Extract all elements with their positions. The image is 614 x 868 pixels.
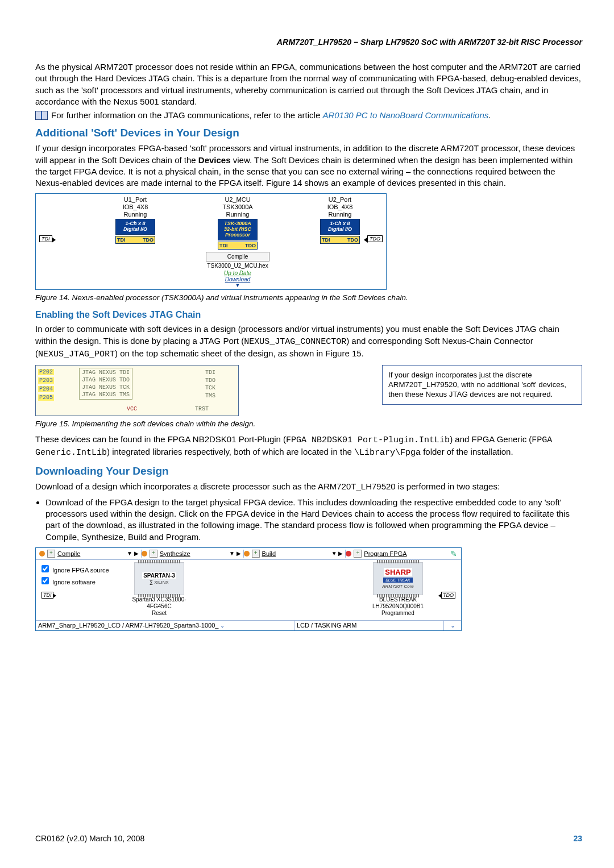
check-ignore-fpga[interactable]: Ignore FPGA source [39,563,117,574]
d3-ti: TDI [322,237,330,243]
d2-ti: TDI [219,243,228,248]
expand-icon[interactable]: + [47,550,55,558]
d2-l1: U2_MCU [195,196,280,203]
info-post: . [488,110,491,120]
checkbox-ignore-software[interactable] [42,577,49,584]
check-ignore-software[interactable]: Ignore software [39,575,117,586]
d1-l2: IOB_4X8 [93,203,178,211]
hex-filename: TSK3000_U2_MCU.hex [195,263,280,269]
article-link[interactable]: AR0130 PC to NanoBoard Communications [322,110,488,120]
d2-l3: Running [195,211,280,218]
project-selector[interactable]: ARM7_Sharp_LH79520_LCD / ARM7-LH79520_Sp… [36,621,294,630]
toolchain-cell: LCD / TASKING ARM [294,621,444,630]
status-circle-icon [39,551,45,556]
port-p205: P205 [38,394,54,401]
stage-arrow-icon[interactable]: ▼ ▶ [331,550,343,556]
stage-arrow-icon[interactable]: ▼ ▶ [229,550,241,556]
wire-tdi: JTAG NEXUS TDI [82,369,130,376]
sharp-brand: SHARP [384,568,412,576]
card-sharp[interactable]: SHARP BLUE TREAK ARM720T Core BLUESTREAK… [361,562,435,618]
d1-chip2: Digital I/O [117,227,154,232]
status-circle-icon [142,551,147,556]
p4b: FPGA NB2DSK01 Port-Plugin.IntLib [286,435,450,445]
libraries-paragraph: These devices can be found in the FPGA N… [35,434,582,459]
status-circle-icon [244,551,250,556]
d3-l2: IOB_4X8 [297,203,383,211]
wire-tdo: JTAG NEXUS TDO [82,376,130,384]
options-checks: Ignore FPGA source Ignore software [39,562,117,618]
sharp-label: BLUESTREAK LH79520N0Q000B1 [361,596,435,610]
d1-ti: TDI [117,237,126,243]
note-box: If your design incorporates just the dis… [382,365,582,405]
d1-l1: U1_Port [93,196,178,203]
port-p204: P204 [38,386,54,392]
check2-label: Ignore software [52,579,96,585]
heading-additional-soft-devices: Additional 'Soft' Devices in Your Design [35,127,582,139]
core-label: ARM720T Core [382,584,414,589]
p3d: NEXUS_JTAG_PORT [38,350,115,359]
brush-icon[interactable]: ✎ [450,550,458,558]
p4e: ) integrated libraries respectively, bot… [107,447,354,456]
download-intro: Download of a design which incorporates … [35,481,582,492]
figure-15-caption: Figure 15. Implementing the soft devices… [35,420,582,428]
compile-button[interactable]: Compile [206,252,269,261]
uptodate-link[interactable]: Up to Date [195,270,280,276]
toolchain-label: LCD / TASKING ARM [297,622,356,629]
heading-enabling-jtag: Enabling the Soft Devices JTAG Chain [35,310,582,320]
expand-icon[interactable]: + [150,550,157,558]
d1-l3: Running [93,211,178,218]
stage-build-label: Build [262,550,276,557]
fig15-ports: P202 P203 P204 P205 [38,369,54,403]
d3-chip: 1-Ch x 8 Digital I/O [320,219,360,235]
stage-program[interactable]: + Program FPGA ✎ [346,550,458,558]
rhs-tms: TMS [205,392,215,400]
expand-icon[interactable]: + [252,550,260,558]
wire-tms: JTAG NEXUS TMS [82,391,130,398]
card-fpga[interactable]: SPARTAN-3 ∑ XILINX Spartan3 XC3S1000-4FG… [122,562,196,618]
expand-icon[interactable]: + [354,550,362,558]
running-header: ARM720T_LH79520 – Sharp LH79520 SoC with… [35,38,582,47]
hard-devices-area: Ignore FPGA source Ignore software TDI S… [36,560,461,621]
sharp-status: Programmed [361,610,435,617]
dropdown-toggle[interactable]: ⌄ [444,621,461,630]
p4a: These devices can be found in the FPGA N… [35,434,286,444]
p3e: ) on the top schematic sheet of the desi… [115,348,364,358]
stage-synthesize[interactable]: + Synthesize ▼ ▶ [142,550,243,558]
stage-compile[interactable]: + Compile ▼ ▶ [39,550,141,558]
intro-paragraph: As the physical ARM720T processor does n… [35,61,582,107]
rhs-tdo: TDO [205,377,215,385]
project-name: ARM7_Sharp_LH79520_LCD / ARM7-LH79520_Sp… [38,622,225,629]
stage-build[interactable]: + Build ▼ ▶ [244,550,346,558]
fig15-trst: TRST [195,406,209,412]
bottom-row: ARM7_Sharp_LH79520_LCD / ARM7-LH79520_Sp… [36,621,461,630]
stage-arrow-icon[interactable]: ▼ ▶ [127,550,139,556]
book-icon [35,111,48,120]
fig14-dev2: U2_MCU TSK3000A Running TSK-3000A 32-bit… [195,196,280,288]
bluestreak-badge: BLUE TREAK [383,578,413,583]
d3-to: TDO [347,237,358,243]
fig14-dev3: U2_Port IOB_4X8 Running 1-Ch x 8 Digital… [297,196,383,244]
d2-chip: TSK-3000A 32-bit RISC Processor [218,219,258,240]
info-text: For further information on the JTAG comm… [51,110,491,121]
fpga-brand: SPARTAN-3 [142,572,176,579]
bullet-1: Download of the FPGA design to the targe… [45,497,582,543]
rhs-tdi: TDI [205,369,215,377]
port-p202: P202 [38,369,54,375]
figure-14: TDI TDO U1_Port IOB_4X8 Running 1-Ch x 8… [35,193,387,290]
download-link[interactable]: Download [195,276,280,283]
stage-compile-label: Compile [57,550,80,557]
checkbox-ignore-fpga[interactable] [42,565,49,572]
figure-16: + Compile ▼ ▶ + Synthesize ▼ ▶ + Build ▼… [35,547,462,631]
info-line: For further information on the JTAG comm… [35,110,582,121]
fig15-vcc: VCC [127,406,137,412]
port-p203: P203 [38,377,54,384]
footer-left: CR0162 (v2.0) March 10, 2008 [35,834,144,843]
stage-program-label: Program FPGA [364,550,406,557]
fpga-label: Spartan3 XC3S1000-4FG456C [122,596,196,610]
page-number: 23 [573,834,582,843]
check1-label: Ignore FPGA source [52,567,109,574]
d2-to: TDO [245,243,256,248]
download-bullets: Download of the FPGA design to the targe… [45,497,582,543]
d2-l2: TSK3000A [195,203,280,211]
dropdown-arrow-icon[interactable]: ▼ [195,283,280,288]
